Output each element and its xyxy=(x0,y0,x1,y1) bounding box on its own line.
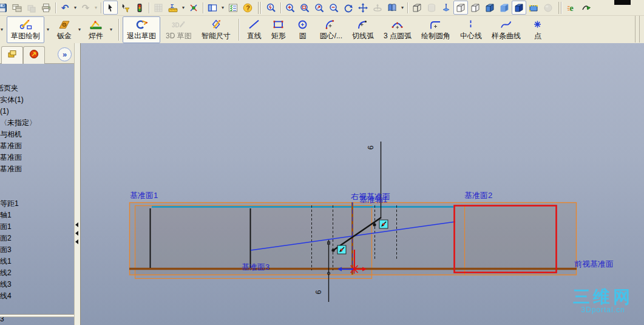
tree-item[interactable]: 线2 xyxy=(0,267,73,279)
circle-button[interactable]: 圆 xyxy=(291,16,314,43)
feature-manager-tab[interactable] xyxy=(1,46,23,64)
edrawings-icon[interactable]: e xyxy=(564,1,579,15)
tree-item[interactable]: 面3 xyxy=(0,244,73,256)
shaded-icon[interactable] xyxy=(497,1,512,15)
weldments-button[interactable]: 焊件 xyxy=(84,16,107,43)
tree-item[interactable]: 与相机 xyxy=(0,129,73,140)
label-axis1[interactable]: 基准轴1 xyxy=(359,196,387,204)
hidden-lines-visible-icon[interactable] xyxy=(453,1,468,15)
realview-icon xyxy=(541,1,555,15)
zoom-to-fit-icon[interactable] xyxy=(264,1,279,15)
tree-item[interactable]: 基准面 xyxy=(0,140,73,152)
temporary-axes-icon[interactable] xyxy=(439,1,453,15)
centerpoint-arc-button[interactable]: 圆心/... xyxy=(316,16,347,43)
save-icon[interactable] xyxy=(0,1,10,15)
toolbar-separator xyxy=(203,2,203,13)
rotate-view-icon[interactable] xyxy=(341,1,356,15)
tree-item[interactable]: 基准面 xyxy=(0,152,73,163)
point-button[interactable]: 点 xyxy=(526,16,549,43)
centerline-button[interactable]: 中心线 xyxy=(456,16,486,43)
relation-icon-2[interactable] xyxy=(379,220,388,228)
graphics-area[interactable]: 基准面1 右视基准面 基准轴1 基准面2 基准面3 前视基准面 6 6 三维网 … xyxy=(0,43,644,325)
weldments-dropdown[interactable]: ▾ xyxy=(108,27,114,32)
tree-item[interactable]: 线4 xyxy=(0,290,73,302)
tree-item[interactable]: 轴1 xyxy=(0,210,73,221)
svg-text:e: e xyxy=(570,4,574,13)
watermark: 三维网 3Dportal.cn xyxy=(573,289,633,314)
feature-tree: 活页夹实体(1)(1)〈未指定〉与相机基准面基准面基准面等距1轴1面1面2面3线… xyxy=(0,83,73,325)
shaded-with-edges-icon[interactable] xyxy=(483,1,497,15)
sketch-icon xyxy=(18,19,33,32)
tree-item[interactable]: 线1 xyxy=(0,256,73,267)
rectangle-button[interactable]: 矩形 xyxy=(267,16,290,43)
toolbar-grip[interactable] xyxy=(635,16,640,43)
label-plane3[interactable]: 基准面3 xyxy=(242,263,269,271)
measure-icon[interactable]: Σ xyxy=(166,1,180,15)
section-view-icon[interactable] xyxy=(526,1,541,15)
smart-dimension-button[interactable]: 智能尺寸 xyxy=(197,16,235,43)
undo-icon[interactable]: ↶ xyxy=(58,1,72,15)
measure-dropdown[interactable]: ▾ xyxy=(180,5,186,10)
tree-item[interactable]: 实体(1) xyxy=(0,94,73,106)
toolbar-separator xyxy=(55,2,56,13)
panel-splitter-horizontal[interactable] xyxy=(0,314,74,317)
sketch-button[interactable]: 草图绘制 xyxy=(7,16,44,43)
traffic-light-icon[interactable] xyxy=(132,1,147,15)
mass-properties-icon[interactable] xyxy=(186,1,201,15)
redo-dropdown[interactable]: ▾ xyxy=(93,5,99,10)
tree-item[interactable]: 基准面 xyxy=(0,163,73,175)
wireframe-icon[interactable] xyxy=(410,1,424,15)
undo-dropdown[interactable]: ▾ xyxy=(72,5,78,10)
feature-manager-icon xyxy=(7,49,17,61)
hidden-lines-removed-icon[interactable] xyxy=(468,1,483,15)
spline-button[interactable]: 样条曲线 xyxy=(487,16,525,43)
dimension-bottom[interactable]: 6 xyxy=(315,290,322,295)
three-point-arc-button[interactable]: 3 点圆弧 xyxy=(379,16,416,43)
label-plane2[interactable]: 基准面2 xyxy=(464,191,492,199)
sketch-dropdown[interactable]: ▾ xyxy=(45,27,51,32)
tree-item[interactable]: 面2 xyxy=(0,233,73,244)
label-plane1[interactable]: 基准面1 xyxy=(130,191,158,199)
select-icon[interactable] xyxy=(103,1,118,15)
relation-icon-1[interactable] xyxy=(337,245,346,254)
view-panels-dropdown[interactable]: ▾ xyxy=(220,5,226,10)
toolbar-separator xyxy=(149,2,149,13)
tree-item[interactable]: 活页夹 xyxy=(0,83,73,94)
dimension-top[interactable]: 6 xyxy=(367,146,375,150)
exit-sketch-icon xyxy=(134,19,149,32)
options-list-icon[interactable] xyxy=(226,1,240,15)
flyout-dropdown[interactable]: ▾ xyxy=(0,27,5,32)
selection-filter-icon[interactable] xyxy=(118,1,132,15)
zoom-in-out-icon[interactable] xyxy=(283,1,297,15)
label-front-plane[interactable]: 前视基准面 xyxy=(574,260,614,268)
weldment-icon xyxy=(89,19,103,32)
zoom-out-icon[interactable] xyxy=(327,1,341,15)
viewports-icon[interactable] xyxy=(10,1,24,15)
exit-sketch-button[interactable]: 退出草图 xyxy=(123,16,160,43)
help-icon[interactable]: ? xyxy=(240,1,255,15)
standard-views-dropdown[interactable]: ▾ xyxy=(399,5,405,10)
pan-icon[interactable] xyxy=(356,1,370,15)
tangent-arc-button[interactable]: 切线弧 xyxy=(348,16,378,43)
edrawings-publish-icon[interactable] xyxy=(579,1,594,15)
line-button[interactable]: 直线 xyxy=(243,16,266,43)
tree-item[interactable]: 等距1 xyxy=(0,198,73,210)
plane2-face[interactable] xyxy=(455,206,557,273)
sheet-metal-button[interactable]: 钣金 xyxy=(53,16,76,43)
tree-item[interactable]: (1) xyxy=(0,106,73,117)
splitter-collapse-arrows-icon[interactable] xyxy=(75,219,78,244)
tree-item[interactable]: 线3 xyxy=(0,279,73,290)
zoom-area-icon[interactable] xyxy=(297,1,312,15)
sketch-fillet-button[interactable]: 绘制圆角 xyxy=(417,16,455,43)
standard-views-icon[interactable] xyxy=(385,1,399,15)
property-manager-tab[interactable] xyxy=(23,46,45,64)
tree-item[interactable]: 〈未指定〉 xyxy=(0,117,73,129)
sheet-metal-dropdown[interactable]: ▾ xyxy=(76,27,83,32)
tree-item[interactable]: 面1 xyxy=(0,221,73,233)
panel-expand-button[interactable]: » xyxy=(58,47,72,61)
display-style-icon[interactable] xyxy=(512,1,526,15)
zoom-to-selection-icon[interactable] xyxy=(312,1,327,15)
panel-splitter-vertical[interactable] xyxy=(74,43,81,325)
view-panels-icon[interactable] xyxy=(205,1,220,15)
print-icon[interactable] xyxy=(39,1,53,15)
